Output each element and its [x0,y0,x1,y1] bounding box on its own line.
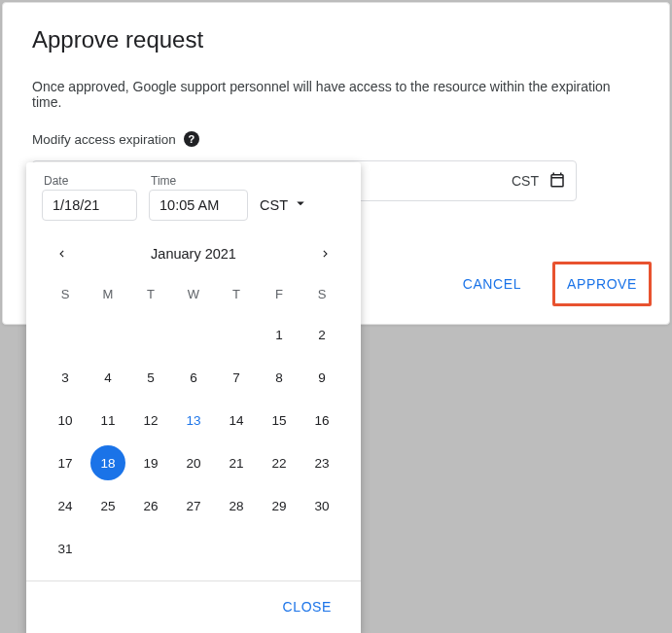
day-empty [215,316,258,353]
timezone-display: CST [512,173,539,189]
day-of-week: T [215,279,258,310]
day-cell[interactable]: 6 [172,359,215,396]
day-cell[interactable]: 13 [172,402,215,439]
chevron-down-icon [292,194,309,215]
modify-expiration-label: Modify access expiration [32,132,176,147]
day-cell[interactable]: 31 [44,530,87,567]
next-month-button[interactable] [312,240,339,267]
modify-expiration-row: Modify access expiration ? [32,131,640,147]
day-cell[interactable]: 25 [87,487,129,524]
day-cell[interactable]: 8 [258,359,301,396]
day-cell[interactable]: 17 [44,444,87,481]
day-cell[interactable]: 28 [215,487,258,524]
month-nav: January 2021 [26,227,361,273]
day-cell[interactable]: 29 [258,487,301,524]
day-of-week: W [172,279,215,310]
day-of-week: S [44,279,87,310]
day-of-week: S [301,279,343,310]
day-of-week: M [87,279,129,310]
timezone-select[interactable]: CST [260,194,309,221]
help-icon[interactable]: ? [184,131,199,147]
day-cell[interactable]: 14 [215,402,258,439]
date-label: Date [42,174,137,188]
day-cell[interactable]: 3 [44,359,87,396]
day-empty [87,316,129,353]
day-cell[interactable]: 24 [44,487,87,524]
dialog-actions: CANCEL APPROVE [451,262,652,306]
month-title: January 2021 [151,246,236,262]
day-empty [172,316,215,353]
datepicker-actions: CLOSE [26,580,361,633]
prev-month-button[interactable] [48,240,75,267]
day-cell[interactable]: 4 [87,359,129,396]
time-input[interactable] [149,190,248,221]
date-field: Date [42,174,137,221]
day-cell[interactable]: 7 [215,359,258,396]
time-label: Time [149,174,248,188]
day-cell[interactable]: 27 [172,487,215,524]
date-input[interactable] [42,190,137,221]
day-cell[interactable]: 2 [301,316,343,353]
timezone-value: CST [260,197,288,213]
day-cell[interactable]: 10 [44,402,87,439]
day-empty [129,316,172,353]
day-cell[interactable]: 12 [129,402,172,439]
time-field: Time [149,174,248,221]
approve-highlight: APPROVE [552,262,652,306]
cancel-button[interactable]: CANCEL [451,268,533,299]
chevron-left-icon [54,247,68,261]
day-of-week: T [129,279,172,310]
dialog-description: Once approved, Google support personnel … [32,79,640,110]
day-cell[interactable]: 15 [258,402,301,439]
day-cell[interactable]: 11 [87,402,129,439]
calendar-icon[interactable] [548,171,566,192]
day-cell[interactable]: 1 [258,316,301,353]
datepicker-inputs: Date Time CST [26,174,361,227]
day-cell[interactable]: 23 [301,444,343,481]
day-empty [44,316,87,353]
calendar-grid: SMTWTFS123456789101112131415161718192021… [26,273,361,580]
day-cell[interactable]: 19 [129,444,172,481]
close-button[interactable]: CLOSE [271,591,343,622]
datepicker-popup: Date Time CST January 2021 SMTWTFS123456… [26,162,361,633]
day-cell[interactable]: 18 [87,444,129,481]
chevron-right-icon [319,247,333,261]
dialog-title: Approve request [32,26,640,53]
day-cell[interactable]: 20 [172,444,215,481]
day-cell[interactable]: 21 [215,444,258,481]
approve-button[interactable]: APPROVE [565,272,639,296]
day-cell[interactable]: 9 [301,359,343,396]
day-cell[interactable]: 26 [129,487,172,524]
day-cell[interactable]: 22 [258,444,301,481]
day-cell[interactable]: 5 [129,359,172,396]
day-of-week: F [258,279,301,310]
day-cell[interactable]: 30 [301,487,343,524]
day-cell[interactable]: 16 [301,402,343,439]
